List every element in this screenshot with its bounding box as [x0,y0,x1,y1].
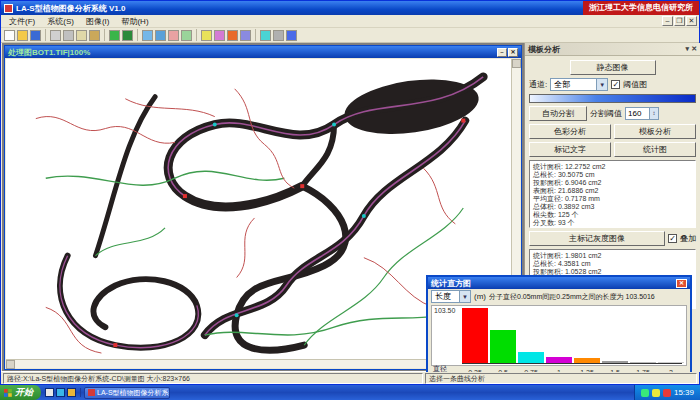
start-button-label: 开始 [15,386,33,399]
toolbar-separator [255,29,256,41]
print-icon[interactable] [50,30,61,41]
x-tick-label: 1.5 [601,369,629,372]
settings-icon[interactable] [273,30,284,41]
histogram-bar [602,361,628,363]
help-icon[interactable] [286,30,297,41]
tray-network-icon[interactable] [641,389,649,397]
histogram-bar [490,330,516,363]
overlay-checkbox[interactable]: ✓ [668,234,677,243]
histogram-bar [462,308,488,363]
histogram-toolbar: 长度 ▼ (m) 分子直径0.05mm间距0.25mm之间的长度为 103.50… [428,289,690,304]
tray-antivirus-icon[interactable] [663,389,671,397]
x-tick-label: 0.25 [461,369,489,372]
image-window-controls: – ✕ [497,48,518,57]
title-bar[interactable]: LA-S型植物图像分析系统 V1.0 浙江理工大学信息电信研究所 [1,1,699,15]
channel-value: 全部 [554,79,570,90]
histogram-bar [658,362,684,363]
close-icon[interactable]: ✕ [508,48,518,57]
template-analysis-button[interactable]: 模板分析 [614,124,696,139]
browser-icon[interactable] [56,388,65,397]
task-button-label: LA-S型植物图像分析系统 [97,388,170,398]
pan-icon[interactable] [168,30,179,41]
static-image-button[interactable]: 静态图像 [570,60,656,75]
histogram-bar [630,362,656,363]
pin-icon[interactable]: ▾ [686,45,690,53]
split-threshold-input[interactable]: 160 ↕ [625,107,659,120]
close-icon[interactable]: ✕ [691,45,697,53]
zoom-in-icon[interactable] [142,30,153,41]
paste-icon[interactable] [89,30,100,41]
minimize-icon[interactable]: – [662,16,673,26]
copy-icon[interactable] [76,30,87,41]
x-tick-label: 0.5 [489,369,517,372]
task-app-icon [88,389,95,396]
show-desktop-icon[interactable] [45,388,54,397]
undo-icon[interactable] [109,30,120,41]
cut-icon[interactable] [63,30,74,41]
app-icon [4,4,13,13]
x-axis-label: 直径(mm) [431,364,461,372]
angle-icon[interactable] [214,30,225,41]
color-analysis-button[interactable]: 色彩分析 [529,124,611,139]
quick-launch [41,388,81,397]
desktop: LA-S型植物图像分析系统 V1.0 浙江理工大学信息电信研究所 文件(F)系统… [0,0,700,400]
image-window-title: 处理图BOT1.TIF|100% [8,47,90,58]
scroll-left-icon[interactable] [6,360,15,369]
open-icon[interactable] [17,30,28,41]
status-path: 路径:X:\La-S型植物图像分析系统-CD\测量图 大小:823×766 [3,373,423,384]
redo-icon[interactable] [122,30,133,41]
image-window-titlebar[interactable]: 处理图BOT1.TIF|100% – ✕ [5,46,521,58]
mark-text-button[interactable]: 标记文字 [529,142,611,157]
channel-label: 通道: [529,79,547,90]
close-icon[interactable]: ✕ [686,16,697,26]
zoom-out-icon[interactable] [155,30,166,41]
spinner-icon[interactable]: ↕ [649,108,658,119]
save-icon[interactable] [30,30,41,41]
overlay-checkbox-label: 叠加 [680,233,696,244]
metric-select[interactable]: 长度 ▼ [431,290,471,303]
restore-icon[interactable]: ❐ [674,16,685,26]
x-tick-label: 1.75 [629,369,657,372]
measure-icon[interactable] [201,30,212,41]
chevron-down-icon[interactable]: ▼ [596,79,607,90]
layers-icon[interactable] [260,30,271,41]
app-window: LA-S型植物图像分析系统 V1.0 浙江理工大学信息电信研究所 文件(F)系统… [0,0,700,385]
task-button[interactable]: LA-S型植物图像分析系统 [84,387,170,399]
auto-split-button[interactable]: 自动分割 [529,106,587,121]
organization-label: 浙江理工大学信息电信研究所 [583,1,699,15]
color-pick-icon[interactable] [227,30,238,41]
channel-select[interactable]: 全部 ▼ [550,78,608,91]
histogram-window-title: 统计直方图 [431,278,471,289]
chevron-down-icon[interactable]: ▼ [459,291,470,302]
media-player-icon[interactable] [67,388,76,397]
scroll-up-icon[interactable] [512,59,521,68]
clock: 15:39 [674,388,694,397]
minimize-icon[interactable]: – [497,48,507,57]
window-title: LA-S型植物图像分析系统 V1.0 [16,3,125,14]
menu-item[interactable]: 图像(I) [80,16,116,27]
toolbar-separator [196,29,197,41]
grid-icon[interactable] [240,30,251,41]
histogram-x-axis: 直径(mm) 0.250.50.7511.251.51.752 [431,367,687,372]
toolbar-separator [137,29,138,41]
gray-image-button[interactable]: 主标记灰度图像 [529,231,665,246]
histogram-titlebar[interactable]: 统计直方图 ✕ [428,277,690,289]
start-button[interactable]: 开始 [0,385,41,400]
new-icon[interactable] [4,30,15,41]
x-tick-label: 1 [545,369,573,372]
threshold-gradient-slider[interactable] [529,94,696,103]
statistics-output-1: 统计面积: 12.2752 cm2 总根长: 30.5075 cm 投影面积: … [529,160,696,228]
toolbar-separator [104,29,105,41]
histogram-bar [518,352,544,363]
close-icon[interactable]: ✕ [676,279,687,288]
x-tick-label: 1.25 [573,369,601,372]
statistics-chart-button[interactable]: 统计图 [614,142,696,157]
menu-item[interactable]: 文件(F) [3,16,41,27]
select-icon[interactable] [181,30,192,41]
histogram-description: 分子直径0.05mm间距0.25mm之间的长度为 103.5016 [489,292,655,302]
menu-item[interactable]: 系统(S) [41,16,80,27]
menu-item[interactable]: 帮助(H) [115,16,154,27]
menu-bar: 文件(F)系统(S)图像(I)帮助(H) – ❐ ✕ [1,15,699,28]
threshold-checkbox[interactable]: ✓ [611,80,620,89]
tray-volume-icon[interactable] [652,389,660,397]
